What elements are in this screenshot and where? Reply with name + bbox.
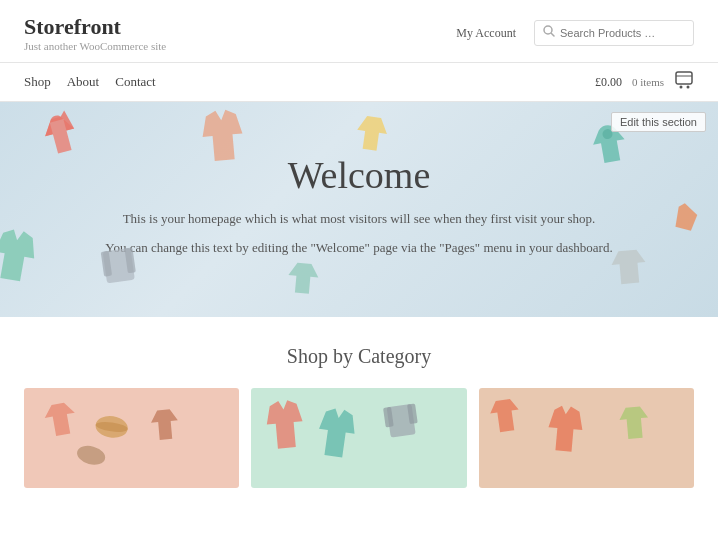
hero-section: Edit this section Welcome This is your h… <box>0 102 718 317</box>
category-card-1[interactable] <box>24 388 239 488</box>
site-header: Storefront Just another WooCommerce site… <box>0 0 718 63</box>
header-right: My Account <box>456 20 694 46</box>
nav-link-contact[interactable]: Contact <box>115 74 155 90</box>
nav-bar: Shop About Contact £0.00 0 items <box>0 63 718 102</box>
shop-section-title: Shop by Category <box>24 345 694 368</box>
edit-section-button[interactable]: Edit this section <box>611 112 706 132</box>
search-icon <box>543 25 555 41</box>
svg-rect-2 <box>676 72 692 84</box>
svg-point-5 <box>687 86 690 89</box>
my-account-link[interactable]: My Account <box>456 26 516 41</box>
svg-point-12 <box>75 443 107 468</box>
category-grid <box>24 388 694 488</box>
cart-items-count: 0 items <box>632 76 664 88</box>
hero-title: Welcome <box>288 153 431 197</box>
nav-link-about[interactable]: About <box>67 74 100 90</box>
hero-text-2: You can change this text by editing the … <box>105 238 612 259</box>
cart-total: £0.00 <box>595 75 622 90</box>
svg-point-4 <box>680 86 683 89</box>
svg-line-1 <box>552 34 555 37</box>
shop-section: Shop by Category <box>0 317 718 488</box>
category-card-3[interactable] <box>479 388 694 488</box>
svg-point-0 <box>544 26 552 34</box>
category-card-2[interactable] <box>251 388 466 488</box>
site-title: Storefront <box>24 14 166 40</box>
hero-text-1: This is your homepage which is what most… <box>123 209 596 230</box>
logo: Storefront Just another WooCommerce site <box>24 14 166 52</box>
search-box[interactable] <box>534 20 694 46</box>
nav-links: Shop About Contact <box>24 74 156 90</box>
cart-area: £0.00 0 items <box>595 71 694 93</box>
nav-link-shop[interactable]: Shop <box>24 74 51 90</box>
site-tagline: Just another WooCommerce site <box>24 40 166 52</box>
cart-icon[interactable] <box>674 71 694 93</box>
search-input[interactable] <box>560 27 685 39</box>
